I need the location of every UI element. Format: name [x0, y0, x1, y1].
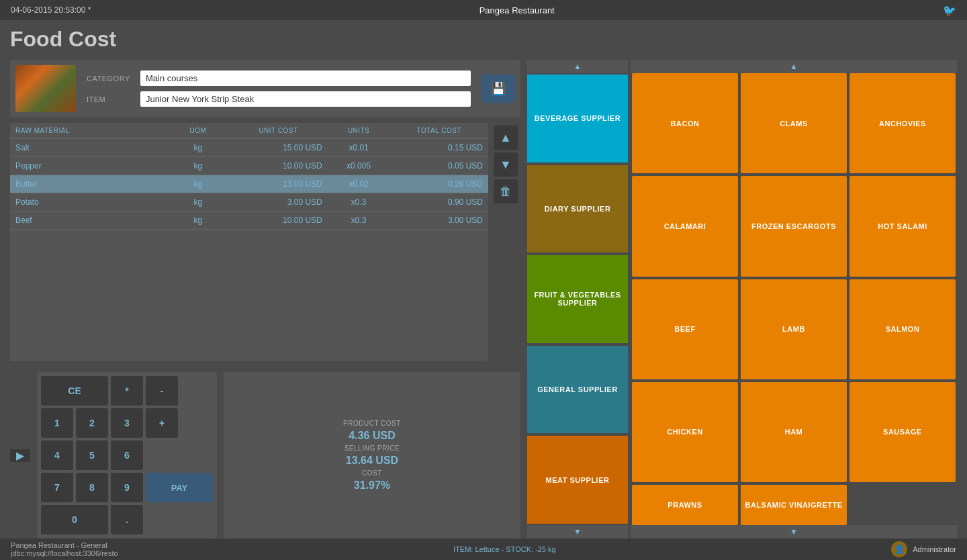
product-cost-value: 4.36 USD [349, 430, 395, 442]
topbar-datetime: 04-06-2015 20:53:00 * [11, 5, 91, 15]
left-panel: CATEGORY Main courses Starters Desserts … [10, 60, 520, 539]
calc-row-4: 0 . [41, 505, 213, 534]
calc-row-top: CE * - [41, 376, 213, 406]
ingredient-btn-calamari[interactable]: CALAMARI [632, 176, 738, 276]
save-button[interactable]: 💾 [481, 75, 515, 103]
row-unit-cost: 13.00 USD [234, 179, 322, 189]
calc-1-button[interactable]: 1 [41, 408, 73, 438]
supplier-scroll-up-button[interactable]: ▲ [527, 60, 628, 73]
ingredient-btn-ham[interactable]: HAM [741, 382, 847, 482]
col-header-unit-cost: UNIT COST [234, 127, 322, 134]
table-row[interactable]: Potato kg 3.00 USD x0.3 0.90 USD [10, 193, 488, 212]
row-total-cost: 3.00 USD [396, 216, 483, 225]
calc-9-button[interactable]: 9 [111, 473, 143, 502]
calc-row-1: 1 2 3 + [41, 408, 213, 438]
right-panel: ▲ BEVERAGE SUPPLIERDIARY SUPPLIERFRUIT &… [527, 60, 957, 539]
topbar-title: Pangea Restaurant [479, 5, 555, 15]
row-total-cost: 0.90 USD [396, 197, 483, 207]
table-row[interactable]: Butter kg 13.00 USD x0.02 0.26 USD [10, 175, 488, 193]
ingredients-grid: BACONCLAMSANCHOVIESCALAMARIFROZEN ESCARG… [631, 73, 957, 525]
calc-minus-button[interactable]: - [146, 376, 178, 406]
calc-3-button[interactable]: 3 [111, 408, 143, 438]
item-select[interactable]: Junior New York Strip Steak Beef Steak P… [140, 91, 471, 107]
ingredient-btn-beef[interactable]: BEEF [632, 279, 738, 379]
supplier-btn-general[interactable]: GENERAL SUPPLIER [527, 346, 628, 434]
table-header: RAW MATERIAL UOM UNIT COST UNITS TOTAL C… [10, 123, 488, 139]
row-unit-cost: 10.00 USD [234, 161, 322, 171]
supplier-btn-fruit[interactable]: FRUIT & VEGETABLES SUPPLIER [527, 255, 628, 343]
ingredient-btn-hot_salami[interactable]: HOT SALAMI [849, 176, 956, 276]
nav-down-button[interactable]: ▼ [494, 152, 518, 177]
ingredient-btn-salmon[interactable]: SALMON [849, 279, 956, 379]
table-row-area: RAW MATERIAL UOM UNIT COST UNITS TOTAL C… [10, 123, 520, 361]
calc-6-button[interactable]: 6 [111, 440, 143, 470]
table-row[interactable]: Salt kg 15.00 USD x0.01 0.15 USD [10, 139, 488, 157]
ingredient-btn-lamb[interactable]: LAMB [741, 279, 847, 379]
item-row: ITEM Junior New York Strip Steak Beef St… [87, 91, 471, 107]
row-unit-cost: 15.00 USD [234, 143, 322, 152]
calc-2-button[interactable]: 2 [76, 408, 108, 438]
supplier-list: ▲ BEVERAGE SUPPLIERDIARY SUPPLIERFRUIT &… [527, 60, 628, 539]
calc-7-button[interactable]: 7 [41, 473, 73, 502]
ingredient-btn-chicken[interactable]: CHICKEN [632, 382, 738, 482]
ingredients-scroll-down-button[interactable]: ▼ [631, 525, 957, 539]
ingredient-btn-frozen_escargots[interactable]: FROZEN ESCARGOTS [741, 176, 847, 276]
calc-5-button[interactable]: 5 [76, 440, 108, 470]
supplier-btn-beverage[interactable]: BEVERAGE SUPPLIER [527, 75, 628, 162]
delete-row-button[interactable]: 🗑 [494, 179, 518, 203]
admin-name: Administrator [913, 545, 956, 553]
item-label: ITEM [87, 95, 134, 103]
category-label: CATEGORY [87, 75, 134, 83]
calc-multiply-button[interactable]: * [111, 376, 143, 406]
ingredient-btn-sausage[interactable]: SAUSAGE [849, 382, 956, 482]
row-total-cost: 0.15 USD [396, 143, 483, 152]
ingredient-btn-balsamic_vinaigrette[interactable]: BALSAMIC VINAIGRETTE [741, 485, 847, 525]
col-header-total-cost: TOTAL COST [396, 127, 483, 134]
ingredient-btn-anchovies[interactable]: ANCHOVIES [849, 73, 956, 173]
calc-8-button[interactable]: 8 [76, 473, 108, 502]
calc-ce-button[interactable]: CE [41, 376, 108, 406]
ingredient-btn-bacon[interactable]: BACON [632, 73, 738, 173]
nav-up-button[interactable]: ▲ [494, 126, 518, 150]
content-area: CATEGORY Main courses Starters Desserts … [10, 60, 957, 539]
product-cost-label: PRODUCT COST [343, 420, 401, 427]
table-row[interactable]: Beef kg 10.00 USD x0.3 3.00 USD [10, 212, 488, 230]
supplier-btn-diary[interactable]: DIARY SUPPLIER [527, 165, 628, 253]
calc-0-button[interactable]: 0 [41, 505, 108, 534]
table-area: RAW MATERIAL UOM UNIT COST UNITS TOTAL C… [10, 123, 488, 361]
table-row[interactable]: Pepper kg 10.00 USD x0.005 0.05 USD [10, 157, 488, 175]
admin-avatar: 👤 [891, 541, 907, 557]
supplier-scroll-down-button[interactable]: ▼ [527, 525, 628, 539]
calc-4-button[interactable]: 4 [41, 440, 73, 470]
ingredients-scroll-up-button[interactable]: ▲ [631, 60, 957, 73]
topbar-bird-icon: 🐦 [943, 4, 956, 17]
calc-dot-button[interactable]: . [111, 505, 143, 534]
row-name: Potato [15, 197, 162, 207]
statusbar-stock-info: ITEM: Lettuce - STOCK: -25 kg [453, 545, 556, 553]
main-content: Food Cost CATEGORY Main courses Starters… [0, 20, 967, 539]
row-uom: kg [162, 197, 235, 207]
calc-row-2: 4 5 6 [41, 440, 213, 470]
statusbar-left: Pangea Restaurant - General jdbc:mysql:/… [11, 541, 118, 557]
calc-plus-button[interactable]: + [146, 408, 178, 438]
collapse-button[interactable]: ▶ [10, 449, 30, 462]
item-selector: CATEGORY Main courses Starters Desserts … [10, 60, 520, 118]
ingredients-grid-area: ▲ BACONCLAMSANCHOVIESCALAMARIFROZEN ESCA… [631, 60, 957, 539]
category-select[interactable]: Main courses Starters Desserts [140, 71, 471, 86]
row-unit-cost: 10.00 USD [234, 216, 322, 225]
row-units: x0.3 [322, 197, 396, 207]
row-uom: kg [162, 161, 235, 171]
app-name: Pangea Restaurant - General [11, 541, 118, 549]
page-title: Food Cost [10, 27, 957, 52]
ingredient-btn-clams[interactable]: CLAMS [741, 73, 847, 173]
ingredient-btn-prawns[interactable]: PRAWNS [632, 485, 738, 525]
category-row: CATEGORY Main courses Starters Desserts [87, 71, 471, 86]
calc-pay-button[interactable]: PAY [146, 473, 213, 502]
row-name: Salt [15, 143, 162, 152]
row-name: Pepper [15, 161, 162, 171]
row-uom: kg [162, 216, 235, 225]
supplier-btn-meat[interactable]: MEAT SUPPLIER [527, 436, 628, 524]
item-fields: CATEGORY Main courses Starters Desserts … [87, 71, 471, 107]
cost-value: 31.97% [354, 479, 390, 492]
topbar: 04-06-2015 20:53:00 * Pangea Restaurant … [0, 0, 967, 20]
